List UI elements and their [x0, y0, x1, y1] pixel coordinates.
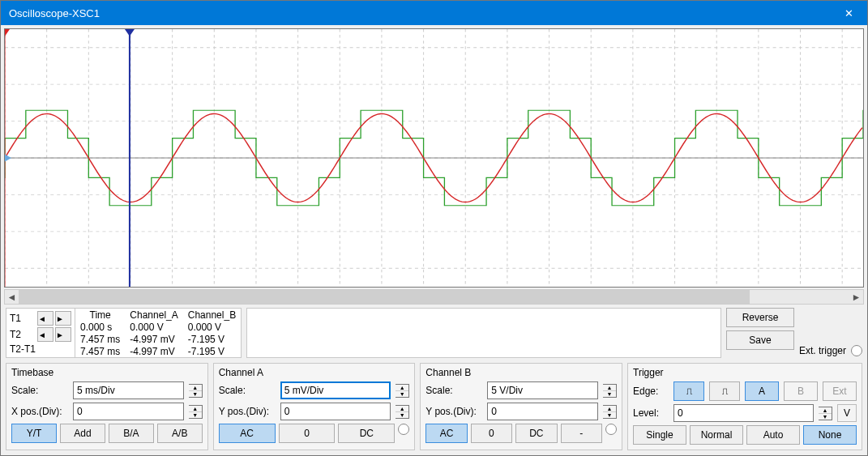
t1-right-button[interactable]: ►: [55, 311, 71, 326]
timebase-scale-input[interactable]: 5 ms/Div: [73, 381, 184, 399]
mode-add-button[interactable]: Add: [60, 424, 105, 443]
t2-cha: -4.997 mV: [125, 333, 182, 345]
spin-down-icon[interactable]: ▼: [396, 412, 408, 418]
trigger-src-ext-button[interactable]: Ext: [823, 381, 857, 401]
trigger-level-label: Level:: [633, 407, 669, 419]
t2-time: 7.457 ms: [75, 333, 125, 345]
svg-marker-33: [5, 155, 11, 162]
col-chb: Channel_B: [183, 309, 241, 321]
timebase-scale-label: Scale:: [11, 385, 68, 396]
cha-ypos-spinner[interactable]: ▲▼: [396, 405, 409, 419]
col-cha: Channel_A: [125, 309, 182, 321]
trigger-single-button[interactable]: Single: [633, 425, 686, 445]
cha-scale-input[interactable]: 5 mV/Div: [280, 381, 391, 399]
scroll-right-icon[interactable]: ►: [849, 291, 863, 303]
close-button[interactable]: ✕: [830, 1, 867, 25]
readout-spacer: [246, 308, 721, 358]
cha-scale-label: Scale:: [219, 385, 276, 396]
trigger-level-spinner[interactable]: ▲▼: [819, 407, 832, 420]
window-title: Oscilloscope-XSC1: [9, 7, 100, 19]
cha-probe-indicator: [398, 424, 409, 435]
arrow-right-icon: ►: [56, 330, 71, 339]
spin-up-icon[interactable]: ▲: [396, 385, 408, 391]
waveform-display[interactable]: [4, 28, 864, 288]
trigger-src-a-button[interactable]: A: [745, 381, 779, 401]
cha-ac-button[interactable]: AC: [219, 424, 276, 443]
chb-probe-indicator: [605, 424, 617, 435]
edge-rising-icon: ⎍: [686, 386, 692, 397]
spin-down-icon[interactable]: ▼: [396, 391, 408, 397]
mode-yt-button[interactable]: Y/T: [11, 424, 57, 443]
chb-scale-input[interactable]: 5 V/Div: [487, 381, 598, 399]
scroll-thumb[interactable]: [19, 290, 750, 304]
cursor-readout-panel: T1 ◄ ► T2 ◄ ► T2-T1 Time Channel_A Chann…: [6, 308, 242, 358]
spin-down-icon[interactable]: ▼: [189, 412, 202, 418]
spin-up-icon[interactable]: ▲: [819, 407, 832, 414]
col-time: Time: [75, 309, 125, 321]
trigger-group: Trigger Edge: ⎍ ⎍ A B Ext Level: 0 ▲▼ V …: [627, 363, 862, 450]
chb-ypos-spinner[interactable]: ▲▼: [603, 405, 617, 419]
cha-scale-spinner[interactable]: ▲▼: [396, 384, 409, 398]
ext-trigger-label: Ext. trigger: [799, 345, 846, 356]
trigger-level-input[interactable]: 0: [673, 404, 814, 422]
horizontal-scrollbar[interactable]: ◄ ►: [4, 289, 864, 305]
spin-up-icon[interactable]: ▲: [603, 406, 616, 412]
chb-zero-button[interactable]: 0: [471, 424, 512, 443]
timebase-title: Timebase: [11, 367, 203, 378]
trigger-title: Trigger: [633, 367, 857, 378]
mode-ba-button[interactable]: B/A: [109, 424, 154, 443]
t1-chb: 0.000 V: [183, 321, 241, 333]
svg-marker-32: [125, 29, 135, 36]
timebase-scale-spinner[interactable]: ▲▼: [189, 384, 203, 398]
cursor-readout-table: Time Channel_A Channel_B 0.000 s 0.000 V…: [75, 309, 241, 357]
timebase-xpos-spinner[interactable]: ▲▼: [189, 405, 203, 419]
edge-falling-button[interactable]: ⎍: [709, 381, 740, 401]
scroll-left-icon[interactable]: ◄: [5, 291, 19, 303]
spin-down-icon[interactable]: ▼: [819, 414, 832, 420]
cha-dc-button[interactable]: DC: [338, 424, 395, 443]
spin-up-icon[interactable]: ▲: [189, 406, 202, 412]
spin-down-icon[interactable]: ▼: [603, 391, 616, 397]
spin-up-icon[interactable]: ▲: [396, 406, 408, 412]
dt-chb: -7.195 V: [183, 345, 241, 357]
cha-zero-button[interactable]: 0: [279, 424, 336, 443]
cha-title: Channel A: [219, 367, 410, 378]
t2-right-button[interactable]: ►: [55, 327, 71, 342]
t1-left-button[interactable]: ◄: [37, 311, 53, 326]
channel-a-group: Channel A Scale: 5 mV/Div ▲▼ Y pos.(Div)…: [213, 363, 416, 450]
t1-time: 0.000 s: [75, 321, 125, 333]
chb-dc-button[interactable]: DC: [515, 424, 557, 443]
titlebar[interactable]: Oscilloscope-XSC1 ✕: [1, 1, 867, 25]
trigger-normal-button[interactable]: Normal: [690, 425, 743, 445]
timebase-xpos-input[interactable]: 0: [73, 403, 184, 420]
channel-b-group: Channel B Scale: 5 V/Div ▲▼ Y pos.(Div):…: [420, 363, 622, 450]
edge-falling-icon: ⎍: [722, 386, 728, 397]
trigger-level-unit: V: [837, 404, 857, 422]
trigger-auto-button[interactable]: Auto: [746, 425, 800, 445]
arrow-left-icon: ◄: [38, 314, 53, 323]
spin-down-icon[interactable]: ▼: [603, 412, 616, 418]
timebase-xpos-label: X pos.(Div):: [11, 406, 68, 417]
t1-cha: 0.000 V: [125, 321, 182, 333]
spin-up-icon[interactable]: ▲: [189, 385, 202, 391]
svg-marker-30: [5, 29, 10, 36]
chb-scale-label: Scale:: [425, 385, 482, 396]
t2-left-button[interactable]: ◄: [37, 327, 53, 342]
trigger-none-button[interactable]: None: [803, 425, 857, 445]
trigger-src-b-button[interactable]: B: [784, 381, 818, 401]
dt-time: 7.457 ms: [75, 345, 125, 357]
spin-down-icon[interactable]: ▼: [189, 391, 202, 397]
save-button[interactable]: Save: [726, 330, 794, 350]
timebase-group: Timebase Scale: 5 ms/Div ▲▼ X pos.(Div):…: [6, 363, 208, 450]
spin-up-icon[interactable]: ▲: [603, 385, 616, 391]
chb-scale-spinner[interactable]: ▲▼: [603, 384, 617, 398]
chb-ac-button[interactable]: AC: [425, 424, 467, 443]
cursor-t1-label: T1: [10, 313, 36, 324]
mode-ab-button[interactable]: A/B: [157, 424, 203, 443]
cha-ypos-input[interactable]: 0: [280, 403, 391, 420]
reverse-button[interactable]: Reverse: [726, 308, 794, 327]
edge-rising-button[interactable]: ⎍: [673, 381, 704, 401]
t2-chb: -7.195 V: [183, 333, 241, 345]
chb-invert-button[interactable]: -: [561, 424, 602, 443]
chb-ypos-input[interactable]: 0: [487, 403, 598, 420]
